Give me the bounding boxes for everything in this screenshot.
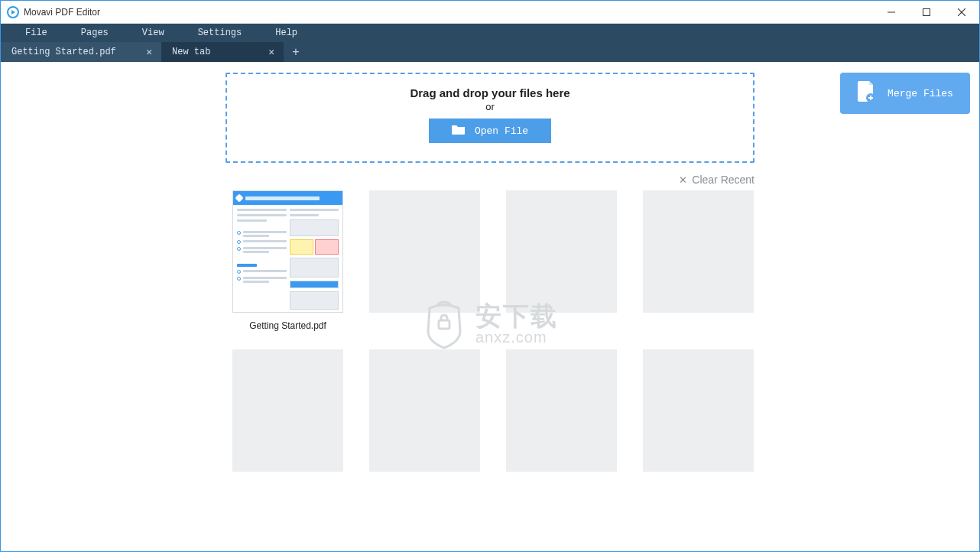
tab-getting-started[interactable]: Getting Started.pdf ✕ [1, 42, 161, 62]
menu-view[interactable]: View [125, 28, 181, 38]
menu-help[interactable]: Help [258, 28, 314, 38]
dropzone-or: or [485, 101, 495, 112]
menu-pages[interactable]: Pages [64, 28, 125, 38]
clear-recent-button[interactable]: ✕ Clear Recent [226, 174, 754, 186]
merge-files-label: Merge Files [888, 88, 953, 99]
clear-recent-label: Clear Recent [692, 174, 754, 186]
merge-files-icon [857, 81, 875, 106]
minimize-button[interactable] [874, 1, 909, 23]
recent-item[interactable] [498, 349, 625, 472]
recent-thumbnail-empty [643, 190, 754, 313]
maximize-button[interactable] [909, 1, 944, 23]
recent-thumbnail-empty [506, 190, 617, 313]
recent-item[interactable] [635, 190, 761, 331]
recent-item-label: Getting Started.pdf [249, 320, 326, 331]
svg-rect-3 [923, 8, 930, 15]
tab-new-tab[interactable]: New tab ✕ [161, 42, 284, 62]
recent-thumbnail-empty [643, 349, 754, 472]
close-icon: ✕ [679, 174, 687, 186]
dropzone-headline: Drag and drop your files here [410, 86, 570, 99]
recent-thumbnail-empty [232, 349, 343, 472]
add-tab-button[interactable]: + [284, 42, 308, 62]
menu-settings[interactable]: Settings [181, 28, 259, 38]
recent-item[interactable] [635, 349, 761, 472]
recent-thumbnail-empty [369, 349, 480, 472]
content-area: Drag and drop your files here or Open Fi… [1, 62, 979, 551]
tab-label: Getting Started.pdf [11, 47, 116, 57]
menu-file[interactable]: File [8, 28, 64, 38]
tabbar: Getting Started.pdf ✕ New tab ✕ + [1, 42, 979, 62]
app-logo-icon [7, 6, 19, 18]
close-button[interactable] [944, 1, 979, 23]
open-file-label: Open File [475, 125, 528, 137]
titlebar: Movavi PDF Editor [1, 1, 979, 24]
recent-thumbnail [232, 190, 343, 313]
recent-item[interactable] [362, 190, 488, 331]
menubar: File Pages View Settings Help [1, 24, 979, 42]
close-icon[interactable]: ✕ [146, 46, 154, 58]
window-controls [874, 1, 979, 23]
folder-icon [452, 124, 466, 138]
tab-label: New tab [172, 47, 210, 57]
merge-files-button[interactable]: Merge Files [840, 73, 970, 114]
open-file-button[interactable]: Open File [429, 119, 551, 143]
recent-item[interactable] [225, 349, 351, 472]
window-title: Movavi PDF Editor [24, 7, 100, 18]
recent-item[interactable]: Getting Started.pdf [225, 190, 351, 331]
recent-item[interactable] [498, 190, 625, 331]
dropzone[interactable]: Drag and drop your files here or Open Fi… [226, 73, 754, 163]
close-icon[interactable]: ✕ [268, 46, 276, 58]
recent-item[interactable] [362, 349, 488, 472]
svg-marker-1 [11, 10, 15, 15]
recent-thumbnail-empty [506, 349, 617, 472]
recent-grid: Getting Started.pdf [216, 190, 764, 472]
recent-thumbnail-empty [369, 190, 480, 313]
